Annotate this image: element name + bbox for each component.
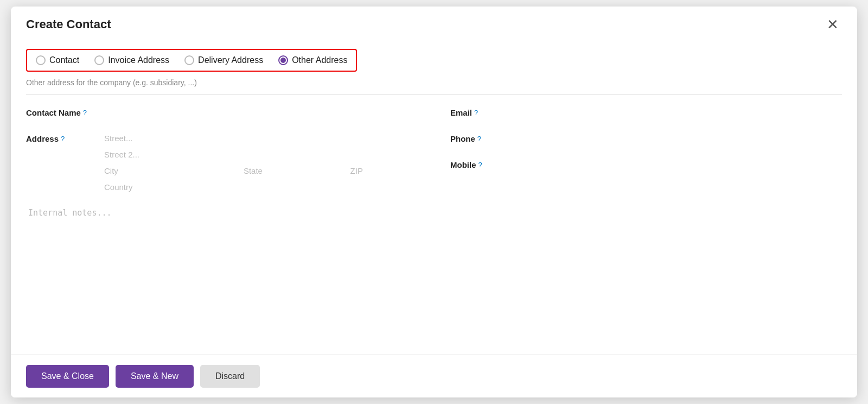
mobile-input[interactable] xyxy=(526,157,842,172)
email-help-icon[interactable]: ? xyxy=(474,109,478,117)
radio-invoice-label: Invoice Address xyxy=(108,55,169,65)
radio-contact-label: Contact xyxy=(49,55,79,65)
contact-type-radio-group: Contact Invoice Address Delivery Address… xyxy=(26,49,357,72)
email-input[interactable] xyxy=(526,105,842,120)
phone-label: Phone ? xyxy=(450,131,526,143)
radio-other-label: Other Address xyxy=(292,55,347,65)
discard-button[interactable]: Discard xyxy=(200,365,260,388)
contact-name-input[interactable] xyxy=(102,105,418,120)
city-input[interactable] xyxy=(102,163,237,179)
address-fields xyxy=(102,131,418,195)
form-grid: Contact Name ? Address ? xyxy=(26,105,842,199)
internal-notes-input[interactable] xyxy=(26,205,842,237)
address-help-icon[interactable]: ? xyxy=(61,135,65,143)
phone-row: Phone ? xyxy=(450,131,842,150)
city-state-zip-row xyxy=(102,163,418,179)
contact-name-row: Contact Name ? xyxy=(26,105,418,124)
email-label: Email ? xyxy=(450,105,526,117)
form-right: Email ? Phone ? Mobile xyxy=(450,105,842,199)
dialog-title: Create Contact xyxy=(26,17,111,31)
street-input[interactable] xyxy=(102,131,418,146)
street2-input[interactable] xyxy=(102,147,418,162)
radio-delivery-address[interactable]: Delivery Address xyxy=(184,55,263,65)
save-close-button[interactable]: Save & Close xyxy=(26,365,109,388)
country-input[interactable] xyxy=(102,180,418,195)
radio-other-address[interactable]: Other Address xyxy=(278,55,347,65)
radio-invoice-input[interactable] xyxy=(94,55,104,65)
mobile-row: Mobile ? xyxy=(450,157,842,176)
dialog-header: Create Contact ✕ xyxy=(11,7,857,40)
radio-subtitle: Other address for the company (e.g. subs… xyxy=(26,78,842,87)
radio-invoice-address[interactable]: Invoice Address xyxy=(94,55,169,65)
radio-contact[interactable]: Contact xyxy=(36,55,79,65)
address-label: Address ? xyxy=(26,131,102,143)
mobile-help-icon[interactable]: ? xyxy=(478,161,482,169)
radio-other-input[interactable] xyxy=(278,55,288,65)
contact-name-label: Contact Name ? xyxy=(26,105,102,117)
dialog-footer: Save & Close Save & New Discard xyxy=(11,355,857,397)
create-contact-dialog: Create Contact ✕ Contact Invoice Address… xyxy=(11,7,857,397)
address-row: Address ? xyxy=(26,131,418,195)
contact-name-help-icon[interactable]: ? xyxy=(83,109,87,117)
internal-notes-section xyxy=(26,205,842,239)
zip-input[interactable] xyxy=(348,163,418,179)
mobile-label: Mobile ? xyxy=(450,157,526,169)
close-button[interactable]: ✕ xyxy=(824,16,842,33)
phone-help-icon[interactable]: ? xyxy=(477,135,481,143)
form-divider xyxy=(26,94,842,95)
phone-input[interactable] xyxy=(526,131,842,146)
dialog-body: Contact Invoice Address Delivery Address… xyxy=(11,40,857,355)
save-new-button[interactable]: Save & New xyxy=(116,365,194,388)
radio-contact-input[interactable] xyxy=(36,55,46,65)
form-left: Contact Name ? Address ? xyxy=(26,105,418,199)
state-input[interactable] xyxy=(241,163,344,179)
email-row: Email ? xyxy=(450,105,842,124)
radio-delivery-label: Delivery Address xyxy=(198,55,263,65)
radio-delivery-input[interactable] xyxy=(184,55,194,65)
